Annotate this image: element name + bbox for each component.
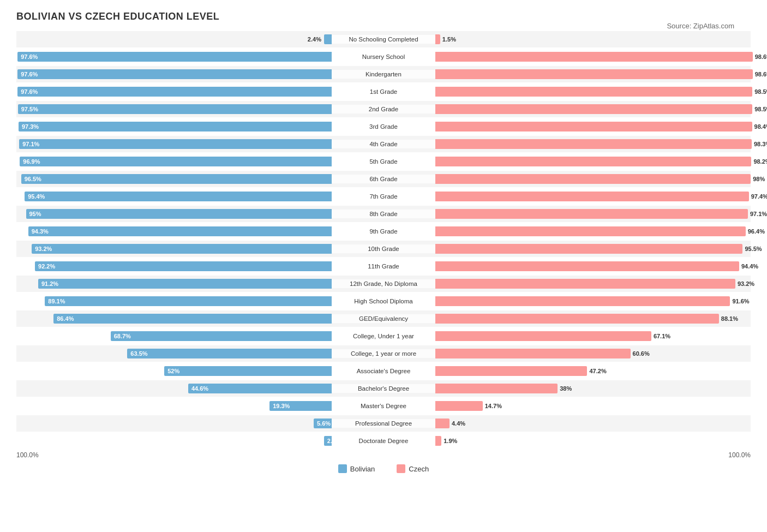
bar-label: No Schooling Completed — [332, 35, 435, 44]
bar-row: 95.4% 7th Grade 97.4% — [16, 188, 751, 205]
left-value: 95% — [29, 211, 41, 217]
bar-label: Nursery School — [332, 52, 435, 61]
left-value: 97.5% — [21, 106, 38, 112]
bar-label: Associate's Degree — [332, 367, 435, 375]
right-value: 94.4% — [741, 263, 758, 270]
bar-label: 12th Grade, No Diploma — [332, 279, 435, 288]
right-value: 91.6% — [732, 298, 749, 304]
bar-row: 2.4% Doctorate Degree 1.9% — [16, 433, 751, 449]
left-value: 63.5% — [130, 350, 147, 357]
left-value: 97.3% — [22, 123, 39, 130]
bar-label: High School Diploma — [332, 297, 435, 306]
bar-label: 1st Grade — [332, 87, 435, 96]
bar-row: 97.6% Nursery School 98.6% — [16, 49, 751, 65]
axis-labels: 100.0% 100.0% — [16, 451, 751, 459]
left-value: 2.4% — [308, 36, 321, 43]
left-value: 96.5% — [25, 176, 41, 182]
left-value: 19.3% — [273, 403, 290, 409]
right-value: 67.1% — [654, 333, 670, 339]
axis-left-label: 100.0% — [16, 451, 39, 459]
bar-row: 97.6% Kindergarten 98.6% — [16, 66, 751, 82]
right-value: 4.4% — [452, 420, 465, 427]
right-value: 98.6% — [755, 53, 767, 60]
right-value: 14.7% — [485, 403, 502, 409]
right-value: 93.2% — [738, 280, 754, 287]
bar-row: 5.6% Professional Degree 4.4% — [16, 415, 751, 432]
bar-row: 92.2% 11th Grade 94.4% — [16, 258, 751, 274]
bar-label: Professional Degree — [332, 419, 435, 428]
right-value: 98.4% — [754, 123, 767, 130]
legend: Bolivian Czech — [16, 464, 751, 473]
bar-row: 89.1% High School Diploma 91.6% — [16, 293, 751, 309]
right-value: 60.6% — [633, 350, 650, 357]
chart-area: 2.4% No Schooling Completed 1.5% 97.6% N… — [16, 31, 751, 449]
right-value: 1.5% — [442, 36, 456, 43]
right-value: 1.9% — [444, 438, 457, 444]
bar-label: 2nd Grade — [332, 105, 435, 113]
left-value: 86.4% — [57, 315, 74, 322]
left-value: 96.9% — [23, 158, 40, 165]
bar-row: 95% 8th Grade 97.1% — [16, 206, 751, 222]
right-value: 98.3% — [754, 141, 767, 147]
left-value: 44.6% — [191, 385, 208, 392]
axis-right-label: 100.0% — [728, 451, 751, 459]
bar-row: 91.2% 12th Grade, No Diploma 93.2% — [16, 276, 751, 292]
right-value: 47.2% — [589, 368, 606, 374]
bar-label: 4th Grade — [332, 140, 435, 148]
legend-bolivian: Bolivian — [338, 464, 375, 473]
left-value: 97.6% — [21, 71, 38, 77]
bar-label: GED/Equivalency — [332, 314, 435, 323]
bar-row: 86.4% GED/Equivalency 88.1% — [16, 310, 751, 327]
left-value: 97.6% — [21, 88, 38, 95]
czech-label: Czech — [409, 465, 429, 473]
bar-label: 10th Grade — [332, 244, 435, 253]
left-value: 92.2% — [38, 263, 55, 270]
bar-label: Master's Degree — [332, 402, 435, 410]
right-value: 88.1% — [721, 315, 738, 322]
right-value: 98.6% — [755, 71, 767, 77]
bar-label: 6th Grade — [332, 175, 435, 183]
bar-label: 5th Grade — [332, 157, 435, 166]
bar-row: 96.5% 6th Grade 98% — [16, 171, 751, 187]
bar-label: Bachelor's Degree — [332, 384, 435, 393]
bar-row: 68.7% College, Under 1 year 67.1% — [16, 328, 751, 344]
bar-label: 11th Grade — [332, 262, 435, 271]
bar-row: 94.3% 9th Grade 96.4% — [16, 223, 751, 240]
bar-label: 9th Grade — [332, 227, 435, 236]
bar-label: 7th Grade — [332, 192, 435, 201]
bar-label: Doctorate Degree — [332, 437, 435, 445]
bar-row: 96.9% 5th Grade 98.2% — [16, 153, 751, 170]
bar-row: 97.6% 1st Grade 98.5% — [16, 83, 751, 100]
chart-title: BOLIVIAN VS CZECH EDUCATION LEVEL — [16, 11, 751, 22]
left-value: 91.2% — [41, 280, 58, 287]
bar-row: 97.5% 2nd Grade 98.5% — [16, 101, 751, 117]
left-value: 97.1% — [22, 141, 39, 147]
bolivian-color-box — [338, 464, 347, 473]
left-value: 95.4% — [28, 193, 45, 200]
bar-row: 97.3% 3rd Grade 98.4% — [16, 118, 751, 135]
right-value: 97.4% — [751, 193, 767, 200]
bar-label: 8th Grade — [332, 210, 435, 218]
left-value: 68.7% — [114, 333, 131, 339]
left-value: 5.6% — [317, 420, 331, 427]
left-value: 52% — [167, 368, 179, 374]
bar-row: 19.3% Master's Degree 14.7% — [16, 398, 751, 414]
right-value: 96.4% — [748, 228, 765, 235]
right-value: 95.5% — [745, 246, 762, 252]
left-value: 93.2% — [35, 246, 52, 252]
bar-row: 52% Associate's Degree 47.2% — [16, 363, 751, 379]
left-value: 89.1% — [48, 298, 65, 304]
bar-label: 3rd Grade — [332, 122, 435, 131]
czech-color-box — [397, 464, 405, 473]
bar-label: College, Under 1 year — [332, 332, 435, 340]
right-value: 98.2% — [753, 158, 767, 165]
bar-row: 63.5% College, 1 year or more 60.6% — [16, 345, 751, 362]
bolivian-label: Bolivian — [350, 465, 375, 473]
left-value: 94.3% — [32, 228, 49, 235]
bar-row: 97.1% 4th Grade 98.3% — [16, 136, 751, 152]
bar-row: 44.6% Bachelor's Degree 38% — [16, 380, 751, 397]
right-value: 38% — [560, 385, 572, 392]
right-value: 97.1% — [750, 211, 767, 217]
bar-row: 2.4% No Schooling Completed 1.5% — [16, 31, 751, 47]
bar-label: College, 1 year or more — [332, 349, 435, 358]
